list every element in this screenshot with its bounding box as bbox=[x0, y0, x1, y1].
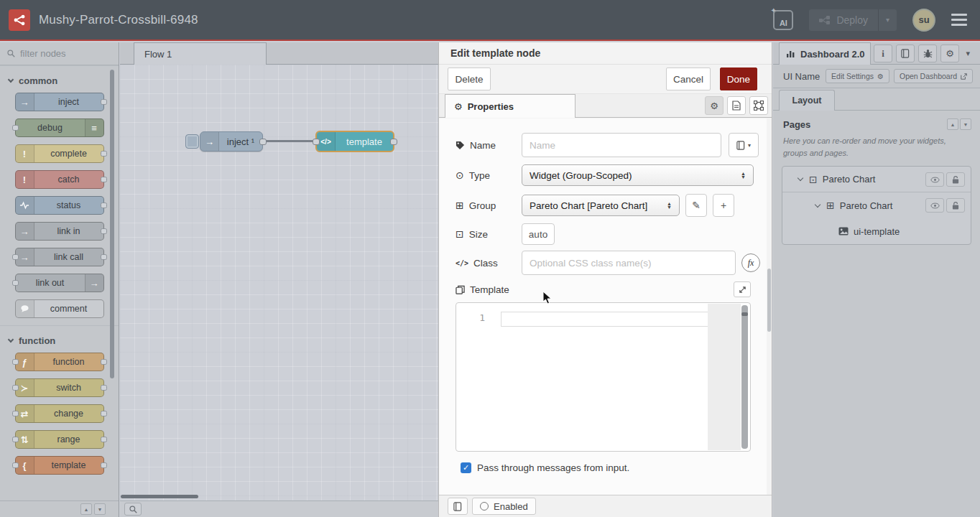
user-avatar[interactable]: su bbox=[912, 9, 935, 32]
expand-editor-button[interactable] bbox=[734, 281, 751, 297]
class-input[interactable] bbox=[522, 251, 736, 275]
palette-collapse-all-button[interactable]: ▲ bbox=[80, 503, 92, 515]
book-icon bbox=[901, 49, 910, 58]
canvas-horizontal-scrollbar[interactable] bbox=[121, 495, 198, 498]
bar-chart-icon bbox=[786, 50, 795, 58]
tab-layout[interactable]: Layout bbox=[779, 90, 835, 111]
palette-node-link-call[interactable]: → link call bbox=[15, 248, 104, 266]
expand-all-button[interactable]: ▼ bbox=[960, 118, 971, 130]
output-port[interactable] bbox=[259, 139, 267, 145]
deploy-button[interactable]: Deploy ▾ bbox=[809, 9, 897, 31]
output-port[interactable] bbox=[390, 139, 397, 145]
template-code-editor[interactable]: 1 bbox=[456, 302, 751, 452]
tree-row-widget-ui-template[interactable]: ui-template bbox=[782, 218, 971, 244]
visibility-button[interactable] bbox=[925, 172, 944, 187]
flow-node-template-selected[interactable]: </> template bbox=[315, 131, 394, 152]
visibility-button[interactable] bbox=[925, 198, 944, 213]
main-menu-button[interactable] bbox=[951, 14, 967, 26]
palette-node-template[interactable]: { template bbox=[15, 456, 104, 475]
dialog-scrollbar[interactable] bbox=[767, 269, 771, 332]
palette-scrollbar[interactable] bbox=[110, 70, 114, 378]
palette-node-catch[interactable]: ! catch bbox=[15, 170, 104, 189]
sparkle-icon: ✦ bbox=[770, 6, 776, 14]
wire-inject-to-template[interactable] bbox=[264, 140, 315, 142]
delete-button[interactable]: Delete bbox=[448, 67, 491, 90]
select-arrows-icon: ▲▼ bbox=[661, 202, 672, 209]
palette-search[interactable]: filter nodes bbox=[0, 42, 119, 65]
palette-category-function[interactable]: function bbox=[0, 325, 119, 353]
gear-icon: ⚙ bbox=[710, 101, 718, 111]
enabled-state-icon bbox=[480, 502, 489, 511]
editor-scrollbar[interactable] bbox=[741, 305, 748, 449]
node-help-button[interactable] bbox=[448, 498, 468, 515]
appearance-tab-button[interactable] bbox=[749, 96, 768, 115]
eye-icon bbox=[930, 177, 940, 183]
output-port bbox=[101, 437, 107, 442]
palette-node-complete[interactable]: ! complete bbox=[15, 144, 104, 163]
canvas-search-button[interactable] bbox=[124, 503, 142, 516]
passthrough-checkbox[interactable]: ✓ bbox=[461, 462, 471, 473]
lock-button[interactable] bbox=[946, 172, 965, 187]
palette-node-inject[interactable]: → inject bbox=[15, 93, 104, 111]
flow-canvas[interactable]: → inject ¹ </> template bbox=[120, 65, 438, 500]
deploy-options-caret[interactable]: ▾ bbox=[878, 9, 897, 31]
palette-node-status[interactable]: status bbox=[15, 196, 104, 215]
add-group-button[interactable]: + bbox=[713, 194, 734, 217]
flow-node-inject[interactable]: → inject ¹ bbox=[200, 131, 263, 152]
name-input[interactable] bbox=[522, 133, 721, 157]
lock-button[interactable] bbox=[946, 198, 965, 213]
palette-node-link-in[interactable]: → link in bbox=[15, 222, 104, 241]
output-port bbox=[101, 99, 107, 105]
app-header: Mushy-Parrot-Crossbill-6948 ✦ AI Deploy … bbox=[0, 0, 980, 41]
dialog-title: Edit template node bbox=[439, 42, 772, 65]
ai-assistant-button[interactable]: ✦ AI bbox=[773, 10, 793, 30]
palette-node-function[interactable]: ƒ function bbox=[15, 353, 104, 371]
tab-properties[interactable]: ⚙ Properties bbox=[445, 94, 575, 118]
done-button[interactable]: Done bbox=[720, 67, 757, 90]
palette-node-comment[interactable]: comment bbox=[15, 299, 104, 318]
palette-node-switch[interactable]: ≻ switch bbox=[15, 378, 104, 397]
passthrough-label: Pass through messages from input. bbox=[477, 462, 629, 473]
env-var-button[interactable]: ▾ bbox=[729, 133, 759, 157]
output-port bbox=[101, 462, 107, 468]
config-tab-button[interactable]: ⚙ bbox=[940, 45, 959, 62]
description-tab-button[interactable] bbox=[727, 96, 746, 115]
size-label: ⊡ Size bbox=[456, 228, 522, 240]
cancel-button[interactable]: Cancel bbox=[666, 67, 711, 90]
input-port[interactable] bbox=[313, 139, 320, 145]
info-tab-button[interactable]: i bbox=[874, 45, 892, 62]
edit-settings-button[interactable]: Edit Settings ⚙ bbox=[826, 69, 889, 83]
size-button[interactable]: auto bbox=[522, 223, 555, 245]
collapse-all-button[interactable]: ▲ bbox=[947, 118, 958, 130]
dashboard-sidebar: Dashboard 2.0 i ⚙ ▾ UI Name Edit Setting… bbox=[773, 42, 980, 517]
open-dashboard-button[interactable]: Open Dashboard bbox=[894, 69, 973, 83]
tree-row-page-pareto-chart[interactable]: ⊡ Pareto Chart bbox=[782, 167, 971, 192]
editor-active-line[interactable] bbox=[501, 312, 715, 327]
node-enabled-toggle[interactable]: Enabled bbox=[472, 498, 536, 515]
instance-title: Mushy-Parrot-Crossbill-6948 bbox=[39, 13, 198, 27]
tag-icon bbox=[456, 141, 465, 150]
inject-trigger-button[interactable] bbox=[185, 134, 199, 149]
comment-icon bbox=[16, 300, 34, 317]
palette-node-range[interactable]: ⇅ range bbox=[15, 430, 104, 449]
palette-node-debug[interactable]: ≡ debug bbox=[15, 118, 104, 137]
palette-node-change[interactable]: ⇄ change bbox=[15, 404, 104, 423]
type-select[interactable]: Widget (Group-Scoped) ▲▼ bbox=[522, 164, 754, 186]
tree-row-group-pareto-chart[interactable]: ⊞ Pareto Chart bbox=[782, 192, 971, 218]
help-tab-button[interactable] bbox=[896, 45, 915, 62]
properties-tab-button[interactable]: ⚙ bbox=[705, 96, 724, 115]
palette-category-common[interactable]: common bbox=[0, 65, 119, 93]
debug-tab-button[interactable] bbox=[918, 45, 937, 62]
tab-flow-1[interactable]: Flow 1 bbox=[134, 42, 267, 65]
pages-header: Pages ▲ ▼ bbox=[773, 111, 980, 133]
plus-icon: + bbox=[721, 200, 726, 211]
palette-node-link-out[interactable]: → link out bbox=[15, 274, 104, 292]
tab-dashboard-2[interactable]: Dashboard 2.0 bbox=[779, 42, 871, 65]
edit-group-button[interactable]: ✎ bbox=[685, 194, 707, 217]
fx-button[interactable]: fx bbox=[741, 253, 760, 272]
group-select[interactable]: Pareto Chart [Pareto Chart] ▲▼ bbox=[522, 195, 680, 216]
sidebar-options-caret[interactable]: ▾ bbox=[966, 49, 970, 58]
complete-icon: ! bbox=[16, 145, 34, 162]
palette-expand-all-button[interactable]: ▼ bbox=[94, 503, 106, 515]
field-row-name: Name ▾ bbox=[456, 133, 767, 157]
